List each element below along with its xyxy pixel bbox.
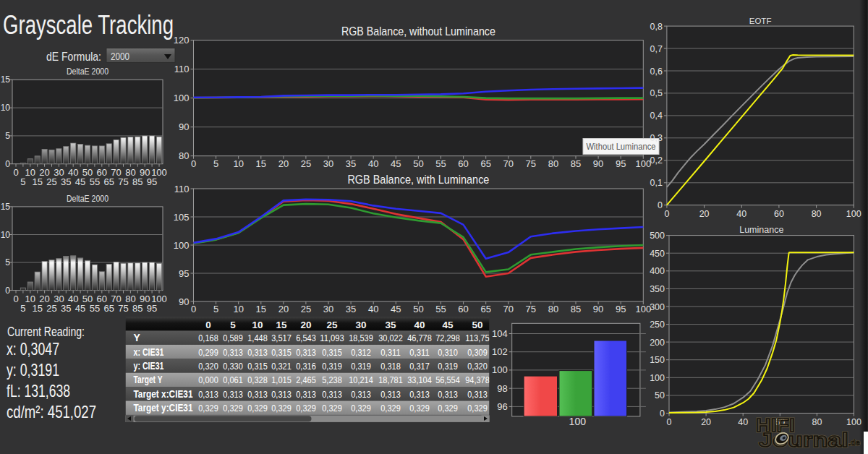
svg-text:0,313: 0,313 <box>467 389 488 400</box>
svg-text:0,317: 0,317 <box>409 361 430 372</box>
svg-text:Target y:CIE31: Target y:CIE31 <box>134 402 193 414</box>
svg-text:0,329: 0,329 <box>296 403 316 414</box>
svg-text:.de: .de <box>848 438 860 447</box>
svg-text:x: 0,3047: x: 0,3047 <box>7 339 59 359</box>
svg-text:0,313: 0,313 <box>247 389 268 400</box>
svg-text:0,319: 0,319 <box>438 361 458 372</box>
svg-text:0: 0 <box>664 209 669 219</box>
svg-text:15: 15 <box>256 158 266 169</box>
svg-text:0,313: 0,313 <box>296 347 316 358</box>
svg-text:2,465: 2,465 <box>296 374 316 385</box>
svg-text:0,312: 0,312 <box>351 347 371 358</box>
svg-text:60: 60 <box>774 209 784 219</box>
svg-text:0,313: 0,313 <box>322 389 342 400</box>
svg-text:90: 90 <box>593 158 603 169</box>
svg-text:0,313: 0,313 <box>351 389 371 400</box>
svg-text:90: 90 <box>179 296 189 307</box>
svg-text:113,75: 113,75 <box>465 333 490 343</box>
svg-text:1,015: 1,015 <box>271 374 292 385</box>
svg-text:Without Luminance: Without Luminance <box>587 142 656 152</box>
svg-text:100: 100 <box>635 158 651 169</box>
svg-text:72,298: 72,298 <box>435 333 460 343</box>
svg-text:104: 104 <box>492 328 508 339</box>
svg-text:40: 40 <box>414 320 425 330</box>
svg-text:80: 80 <box>548 158 558 169</box>
svg-text:15: 15 <box>276 320 287 330</box>
svg-text:0,320: 0,320 <box>198 361 218 372</box>
svg-text:65: 65 <box>480 304 490 314</box>
svg-text:20: 20 <box>278 304 289 314</box>
svg-text:20: 20 <box>701 417 711 427</box>
svg-text:0,329: 0,329 <box>271 403 292 414</box>
svg-text:10: 10 <box>1 230 11 240</box>
svg-text:0,311: 0,311 <box>380 347 401 358</box>
svg-text:85: 85 <box>571 158 581 169</box>
svg-text:0: 0 <box>660 408 665 419</box>
svg-text:15: 15 <box>256 304 266 314</box>
svg-text:15: 15 <box>1 74 11 85</box>
svg-text:Grayscale Tracking: Grayscale Tracking <box>3 10 174 40</box>
svg-text:40: 40 <box>368 304 378 314</box>
svg-text:0,1: 0,1 <box>650 178 663 188</box>
svg-text:Journal: Journal <box>759 429 848 451</box>
svg-text:95: 95 <box>179 268 189 279</box>
svg-text:10: 10 <box>1 103 11 113</box>
svg-text:300: 300 <box>650 302 665 312</box>
svg-text:0,2: 0,2 <box>650 155 663 166</box>
svg-text:98: 98 <box>497 383 507 394</box>
svg-text:90: 90 <box>593 304 603 314</box>
svg-text:6,543: 6,543 <box>296 333 316 343</box>
svg-text:0,313: 0,313 <box>438 389 458 400</box>
svg-text:Target x:CIE31: Target x:CIE31 <box>134 388 193 400</box>
svg-text:33,104: 33,104 <box>407 374 432 385</box>
svg-text:105: 105 <box>174 212 190 223</box>
svg-text:85: 85 <box>571 304 581 314</box>
svg-text:0,316: 0,316 <box>296 361 316 372</box>
svg-text:fL: 131,638: fL: 131,638 <box>7 381 70 401</box>
svg-text:100: 100 <box>492 364 508 375</box>
svg-text:450: 450 <box>650 249 665 259</box>
svg-text:60: 60 <box>458 158 468 169</box>
svg-text:y: 0,3191: y: 0,3191 <box>7 360 59 380</box>
svg-text:55: 55 <box>435 304 446 314</box>
svg-text:0,310: 0,310 <box>438 347 458 358</box>
svg-text:0,309: 0,309 <box>467 347 488 358</box>
svg-text:0: 0 <box>5 159 10 169</box>
svg-text:0,589: 0,589 <box>223 333 243 343</box>
svg-text:65: 65 <box>480 158 490 169</box>
svg-text:0,5: 0,5 <box>650 88 663 98</box>
svg-text:20: 20 <box>300 320 311 330</box>
svg-text:RGB Balance, without Luminance: RGB Balance, without Luminance <box>341 25 495 38</box>
svg-text:0,313: 0,313 <box>409 389 430 400</box>
svg-text:18,781: 18,781 <box>378 374 403 385</box>
svg-text:75: 75 <box>526 158 536 169</box>
svg-text:100: 100 <box>151 167 167 178</box>
svg-text:0,329: 0,329 <box>380 403 401 414</box>
svg-text:100: 100 <box>846 209 861 219</box>
svg-text:80: 80 <box>812 209 822 219</box>
svg-text:40: 40 <box>368 158 378 169</box>
svg-text:0,328: 0,328 <box>247 374 268 385</box>
svg-text:18,539: 18,539 <box>349 333 373 343</box>
svg-text:0,329: 0,329 <box>223 403 243 414</box>
svg-text:11,093: 11,093 <box>320 333 344 343</box>
svg-text:0: 0 <box>13 294 18 304</box>
svg-text:0,320: 0,320 <box>467 361 488 372</box>
svg-text:110: 110 <box>174 64 190 74</box>
svg-text:DeltaE 2000: DeltaE 2000 <box>67 66 109 77</box>
svg-text:150: 150 <box>650 355 665 365</box>
svg-text:30: 30 <box>355 320 366 330</box>
svg-text:50: 50 <box>655 390 665 401</box>
svg-text:Current Reading:: Current Reading: <box>7 324 85 339</box>
svg-text:10: 10 <box>252 320 263 330</box>
svg-text:45: 45 <box>391 304 401 314</box>
svg-text:100: 100 <box>569 416 587 427</box>
svg-text:0,000: 0,000 <box>198 374 218 385</box>
svg-text:45: 45 <box>442 320 454 330</box>
svg-text:350: 350 <box>650 284 665 294</box>
svg-text:0,318: 0,318 <box>380 361 401 372</box>
svg-text:2000: 2000 <box>111 50 129 62</box>
svg-text:0,313: 0,313 <box>380 389 401 400</box>
svg-text:94,378: 94,378 <box>465 374 490 385</box>
svg-text:110: 110 <box>174 184 190 194</box>
